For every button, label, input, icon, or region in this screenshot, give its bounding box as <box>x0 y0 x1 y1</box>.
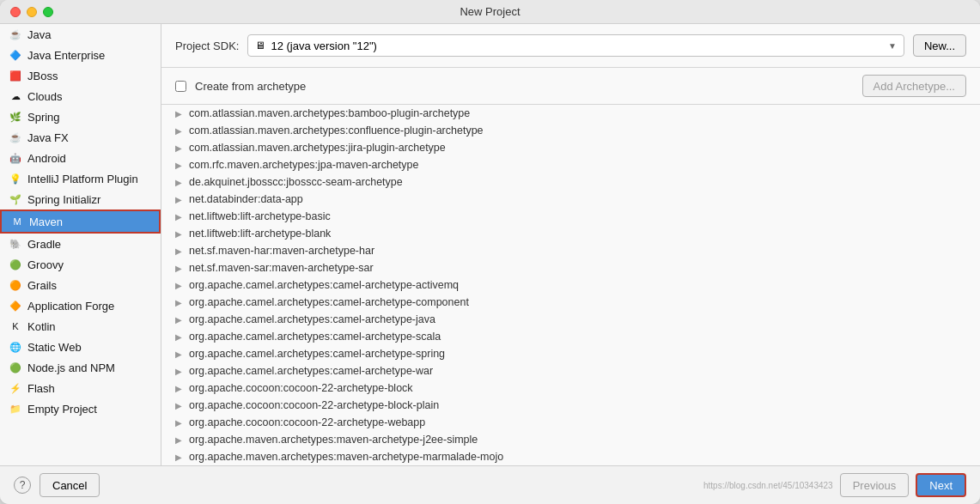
spring-label: Spring <box>27 111 60 124</box>
jboss-icon: 🟥 <box>9 69 22 82</box>
sidebar-item-spring-init[interactable]: 🌱Spring Initializr <box>0 189 161 209</box>
minimize-button[interactable] <box>27 7 37 17</box>
archetype-name: org.apache.camel.archetypes:camel-archet… <box>189 313 435 325</box>
sidebar-item-gradle[interactable]: 🐘Gradle <box>0 234 161 254</box>
sidebar-item-clouds[interactable]: ☁Clouds <box>0 86 161 106</box>
intellij-icon: 💡 <box>9 172 22 185</box>
maximize-button[interactable] <box>43 7 53 17</box>
expand-icon: ▶ <box>175 195 182 204</box>
maven-icon: M <box>10 215 24 228</box>
footer-left: ? Cancel <box>14 473 100 497</box>
archetype-bar: Create from archetype Add Archetype... <box>161 68 980 105</box>
next-button[interactable]: Next <box>916 473 966 497</box>
sidebar-item-staticweb[interactable]: 🌐Static Web <box>0 337 161 357</box>
archetype-item[interactable]: ▶de.akquinet.jbosscc:jbosscc-seam-archet… <box>161 173 980 191</box>
archetype-item[interactable]: ▶org.apache.camel.archetypes:camel-arche… <box>161 362 980 380</box>
clouds-icon: ☁ <box>9 89 22 103</box>
archetype-item[interactable]: ▶org.apache.camel.archetypes:camel-arche… <box>161 345 980 362</box>
archetype-list-scroll[interactable]: ▶com.atlassian.maven.archetypes:bamboo-p… <box>161 105 980 465</box>
expand-icon: ▶ <box>175 246 182 256</box>
sidebar-item-groovy[interactable]: 🟢Groovy <box>0 254 161 275</box>
archetype-name: org.apache.camel.archetypes:camel-archet… <box>189 348 445 360</box>
sidebar-item-javafx[interactable]: ☕Java FX <box>0 127 161 148</box>
archetype-item[interactable]: ▶org.apache.camel.archetypes:camel-arche… <box>161 294 980 311</box>
expand-icon: ▶ <box>175 332 182 342</box>
footer-right: https://blog.csdn.net/45/10343423 Previo… <box>703 473 966 497</box>
new-sdk-button[interactable]: New... <box>913 34 966 57</box>
new-project-window: New Project ☕Java🔷Java Enterprise🟥JBoss☁… <box>0 0 980 504</box>
nodejs-icon: 🟢 <box>9 361 22 374</box>
nodejs-label: Node.js and NPM <box>27 361 115 374</box>
create-from-archetype-label: Create from archetype <box>195 80 854 93</box>
sidebar-item-empty[interactable]: 📁Empty Project <box>0 398 161 419</box>
sidebar-item-jboss[interactable]: 🟥JBoss <box>0 65 161 86</box>
java-icon: ☕ <box>9 27 22 41</box>
help-button[interactable]: ? <box>14 477 31 494</box>
staticweb-label: Static Web <box>27 341 82 354</box>
archetype-name: net.sf.maven-har:maven-archetype-har <box>189 245 374 257</box>
footer: ? Cancel https://blog.csdn.net/45/103434… <box>0 465 980 504</box>
sidebar-item-java-enterprise[interactable]: 🔷Java Enterprise <box>0 45 161 65</box>
archetype-item[interactable]: ▶org.apache.cocoon:cocoon-22-archetype-b… <box>161 380 980 397</box>
archetype-name: org.apache.maven.archetypes:maven-archet… <box>189 434 478 446</box>
cancel-button[interactable]: Cancel <box>40 473 100 497</box>
sidebar-item-android[interactable]: 🤖Android <box>0 148 161 168</box>
archetype-item[interactable]: ▶org.apache.cocoon:cocoon-22-archetype-b… <box>161 397 980 414</box>
expand-icon: ▶ <box>175 229 182 239</box>
archetype-item[interactable]: ▶net.databinder:data-app <box>161 191 980 208</box>
sdk-selector[interactable]: 🖥 12 (java version "12") ▼ <box>247 34 904 57</box>
titlebar: New Project <box>0 0 980 24</box>
gradle-icon: 🐘 <box>9 237 22 251</box>
expand-icon: ▶ <box>175 212 182 222</box>
javafx-label: Java FX <box>27 131 69 144</box>
archetype-item[interactable]: ▶net.liftweb:lift-archetype-blank <box>161 225 980 242</box>
gradle-label: Gradle <box>27 238 61 251</box>
archetype-item[interactable]: ▶org.apache.maven.archetypes:maven-arche… <box>161 448 980 465</box>
empty-label: Empty Project <box>27 403 97 416</box>
archetype-name: org.apache.camel.archetypes:camel-archet… <box>189 296 469 308</box>
kotlin-label: Kotlin <box>27 320 56 333</box>
archetype-item[interactable]: ▶org.apache.camel.archetypes:camel-arche… <box>161 276 980 294</box>
expand-icon: ▶ <box>175 418 182 428</box>
create-from-archetype-checkbox[interactable] <box>175 81 186 92</box>
clouds-label: Clouds <box>27 90 62 103</box>
sidebar-item-flash[interactable]: ⚡Flash <box>0 378 161 398</box>
sidebar-item-nodejs[interactable]: 🟢Node.js and NPM <box>0 357 161 378</box>
sdk-icon: 🖥 <box>255 39 265 52</box>
maven-label: Maven <box>29 216 63 228</box>
close-button[interactable] <box>10 7 21 17</box>
sidebar-item-spring[interactable]: 🌿Spring <box>0 106 161 127</box>
archetype-list: ▶com.atlassian.maven.archetypes:bamboo-p… <box>161 105 980 465</box>
archetype-item[interactable]: ▶com.atlassian.maven.archetypes:bamboo-p… <box>161 105 980 122</box>
archetype-item[interactable]: ▶org.apache.cocoon:cocoon-22-archetype-w… <box>161 414 980 431</box>
sidebar-item-grails[interactable]: 🟠Grails <box>0 275 161 295</box>
archetype-item[interactable]: ▶org.apache.camel.archetypes:camel-arche… <box>161 328 980 345</box>
add-archetype-button[interactable]: Add Archetype... <box>862 75 966 97</box>
archetype-item[interactable]: ▶com.atlassian.maven.archetypes:confluen… <box>161 122 980 139</box>
archetype-name: org.apache.cocoon:cocoon-22-archetype-we… <box>189 416 425 428</box>
sidebar-item-kotlin[interactable]: KKotlin <box>0 316 161 337</box>
expand-icon: ▶ <box>175 109 182 118</box>
archetype-item[interactable]: ▶org.apache.camel.archetypes:camel-arche… <box>161 311 980 328</box>
main-content: ☕Java🔷Java Enterprise🟥JBoss☁Clouds🌿Sprin… <box>0 24 980 465</box>
sdk-label: Project SDK: <box>175 39 239 52</box>
expand-icon: ▶ <box>175 298 182 307</box>
archetype-name: org.apache.cocoon:cocoon-22-archetype-bl… <box>189 399 439 411</box>
archetype-item[interactable]: ▶net.liftweb:lift-archetype-basic <box>161 208 980 225</box>
archetype-item[interactable]: ▶com.atlassian.maven.archetypes:jira-plu… <box>161 139 980 156</box>
sidebar-item-maven[interactable]: MMaven <box>0 209 161 234</box>
archetype-item[interactable]: ▶com.rfc.maven.archetypes:jpa-maven-arch… <box>161 156 980 173</box>
archetype-item[interactable]: ▶org.apache.maven.archetypes:maven-arche… <box>161 431 980 448</box>
sidebar-item-appforge[interactable]: 🔶Application Forge <box>0 295 161 316</box>
archetype-name: org.apache.cocoon:cocoon-22-archetype-bl… <box>189 382 413 394</box>
archetype-name: net.liftweb:lift-archetype-basic <box>189 210 331 222</box>
archetype-name: org.apache.maven.archetypes:maven-archet… <box>189 451 503 463</box>
archetype-item[interactable]: ▶net.sf.maven-har:maven-archetype-har <box>161 242 980 259</box>
android-label: Android <box>27 152 66 165</box>
previous-button[interactable]: Previous <box>840 473 910 497</box>
expand-icon: ▶ <box>175 264 182 273</box>
archetype-item[interactable]: ▶net.sf.maven-sar:maven-archetype-sar <box>161 259 980 276</box>
sidebar-item-java[interactable]: ☕Java <box>0 24 161 45</box>
sdk-value: 12 (java version "12") <box>271 39 376 52</box>
sidebar-item-intellij[interactable]: 💡IntelliJ Platform Plugin <box>0 168 161 189</box>
